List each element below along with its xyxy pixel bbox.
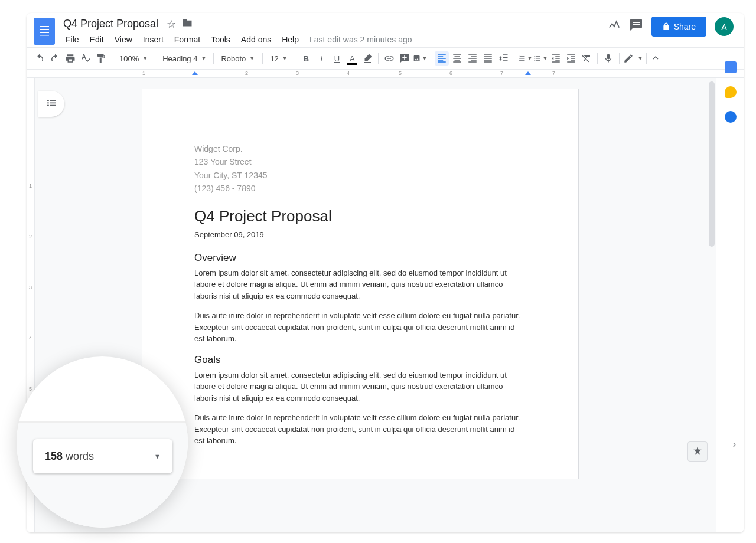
spellcheck-icon[interactable]	[79, 51, 93, 66]
share-button[interactable]: Share	[651, 17, 706, 37]
menu-tools[interactable]: Tools	[206, 32, 235, 47]
clear-formatting-icon[interactable]	[579, 51, 594, 66]
doc-date: September 09, 2019	[194, 230, 526, 239]
doc-heading-1: Q4 Project Proposal	[194, 207, 526, 225]
font-size-select[interactable]: 12▼	[266, 53, 291, 64]
line-spacing-icon[interactable]	[496, 51, 510, 66]
align-center-icon[interactable]	[450, 51, 464, 66]
print-icon[interactable]	[63, 51, 77, 66]
italic-icon[interactable]: I	[314, 51, 328, 66]
horizontal-ruler[interactable]: 1 2 3 4 5 6 7 7	[27, 70, 744, 78]
document-page[interactable]: Widget Corp. 123 Your Street Your City, …	[142, 89, 579, 479]
goals-heading: Goals	[194, 354, 526, 366]
goals-para-1: Lorem ipsum dolor sit amet, consectetur …	[194, 369, 526, 404]
word-count-dropdown[interactable]: 158 words ▼	[33, 439, 172, 473]
menu-insert[interactable]: Insert	[138, 32, 168, 47]
move-folder-icon[interactable]	[182, 18, 193, 30]
calendar-icon[interactable]	[725, 61, 737, 73]
bulleted-list-icon[interactable]: ▼	[533, 51, 548, 66]
right-indent-marker[interactable]	[525, 71, 531, 75]
left-indent-marker[interactable]	[192, 71, 198, 75]
voice-typing-icon[interactable]	[601, 51, 615, 66]
numbered-list-icon[interactable]: ▼	[518, 51, 532, 66]
company-name: Widget Corp.	[194, 142, 526, 155]
chevron-down-icon: ▼	[154, 453, 161, 460]
last-edit-text[interactable]: Last edit was 2 minutes ago	[305, 32, 417, 47]
share-label: Share	[674, 22, 696, 31]
menubar: Q4 Project Proposal ☆ File Edit View Ins…	[27, 13, 744, 47]
increase-indent-icon[interactable]	[564, 51, 578, 66]
add-comment-icon[interactable]	[397, 51, 412, 66]
undo-icon[interactable]	[32, 51, 47, 66]
collapse-toolbar-icon[interactable]	[650, 53, 661, 65]
overview-para-1: Lorem ipsum dolor sit amet, consectetur …	[194, 267, 526, 302]
menu-row: File Edit View Insert Format Tools Add o…	[61, 32, 608, 47]
star-icon[interactable]: ☆	[167, 18, 176, 31]
document-outline-button[interactable]	[38, 91, 64, 117]
tasks-icon[interactable]	[725, 111, 737, 123]
overview-para-2: Duis aute irure dolor in reprehenderit i…	[194, 310, 526, 345]
editing-mode-select[interactable]: ▼	[623, 53, 643, 64]
insert-image-icon[interactable]: ▼	[413, 51, 427, 66]
menu-edit[interactable]: Edit	[85, 32, 109, 47]
font-select[interactable]: Roboto▼	[217, 53, 259, 64]
toolbar: 100%▼ Heading 4▼ Roboto▼ 12▼ B I U A ▼ ▼…	[27, 47, 744, 70]
insert-link-icon[interactable]	[382, 51, 396, 66]
decrease-indent-icon[interactable]	[549, 51, 563, 66]
menu-file[interactable]: File	[61, 32, 84, 47]
activity-icon[interactable]	[608, 18, 621, 35]
zoom-select[interactable]: 100%▼	[116, 53, 151, 64]
docs-logo-icon[interactable]	[34, 18, 55, 45]
align-left-icon[interactable]	[435, 51, 449, 66]
overview-heading: Overview	[194, 252, 526, 264]
keep-icon[interactable]	[725, 86, 737, 98]
word-count-text: 158 words	[45, 450, 94, 463]
highlight-icon[interactable]	[360, 51, 374, 66]
side-panel: ›	[716, 13, 744, 532]
company-street: 123 Your Street	[194, 155, 526, 168]
document-title[interactable]: Q4 Project Proposal	[61, 17, 161, 31]
menu-help[interactable]: Help	[277, 32, 304, 47]
redo-icon[interactable]	[48, 51, 62, 66]
comments-icon[interactable]	[629, 18, 643, 35]
paragraph-style-select[interactable]: Heading 4▼	[159, 53, 210, 64]
scrollbar-thumb[interactable]	[709, 81, 715, 247]
company-phone: (123) 456 - 7890	[194, 182, 526, 195]
align-right-icon[interactable]	[465, 51, 480, 66]
paint-format-icon[interactable]	[94, 51, 108, 66]
company-city: Your City, ST 12345	[194, 169, 526, 182]
word-count-magnifier: 158 words ▼	[17, 356, 188, 528]
align-justify-icon[interactable]	[481, 51, 495, 66]
menu-view[interactable]: View	[110, 32, 137, 47]
text-color-icon[interactable]: A	[345, 51, 359, 66]
menu-addons[interactable]: Add ons	[236, 32, 276, 47]
underline-icon[interactable]: U	[330, 51, 344, 66]
side-panel-expand-icon[interactable]: ›	[733, 439, 736, 450]
goals-para-2: Duis aute irure dolor in reprehenderit i…	[194, 412, 526, 447]
bold-icon[interactable]: B	[299, 51, 313, 66]
explore-button[interactable]	[687, 441, 708, 462]
menu-format[interactable]: Format	[170, 32, 205, 47]
